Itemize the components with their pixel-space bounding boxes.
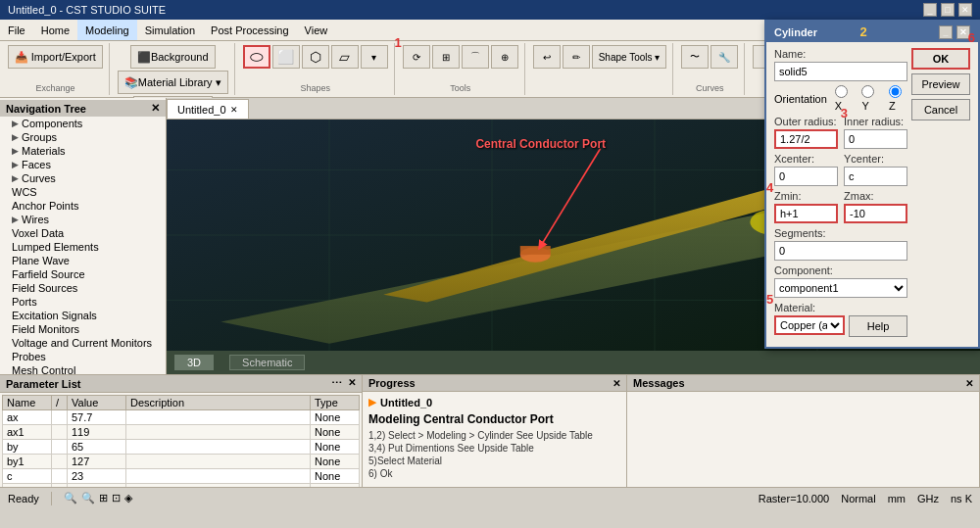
menu-home[interactable]: Home [33, 20, 77, 40]
menu-simulation[interactable]: Simulation [137, 20, 203, 40]
progress-panel: Progress ✕ ▶ Untitled_0 Modeling Central… [363, 375, 627, 487]
boolean-button[interactable]: ⊕ [491, 45, 518, 69]
viewport-tab-close-icon[interactable]: ✕ [230, 105, 238, 115]
table-row[interactable]: g 0.5 None [3, 484, 360, 488]
menu-file[interactable]: File [0, 20, 33, 40]
material-library-button[interactable]: 📚 Material Library ▾ [118, 71, 228, 94]
nav-item-excitation[interactable]: Excitation Signals [0, 309, 166, 322]
zmin-col: Zmin: [774, 190, 838, 223]
nav-item-anchor-points[interactable]: Anchor Points [0, 199, 166, 213]
status-key: ns K [951, 493, 972, 504]
cell-value: 127 [68, 455, 126, 469]
toolbar-materials-row: ⬛ Background [130, 45, 216, 69]
outer-radius-input[interactable] [774, 129, 838, 149]
messages-close[interactable]: ✕ [965, 378, 973, 389]
progress-close[interactable]: ✕ [612, 378, 620, 389]
annotation-1: 1 [394, 35, 401, 50]
shape-btn-4[interactable]: ▱ [331, 45, 359, 69]
ycenter-input[interactable] [844, 167, 907, 186]
curves-button[interactable]: 〜 [681, 45, 709, 69]
table-row[interactable]: ax1 119 None [3, 425, 360, 440]
menu-view[interactable]: View [297, 20, 336, 40]
window-controls[interactable]: _ □ ✕ [923, 3, 972, 17]
status-units: mm [888, 493, 906, 504]
zmin-input[interactable] [774, 204, 838, 223]
zmax-input[interactable] [844, 204, 907, 223]
orient-y-radio[interactable] [861, 85, 874, 98]
help-button[interactable]: Help [849, 315, 907, 337]
nav-item-components[interactable]: ▶ Components [0, 117, 166, 130]
zoom-fit-icon[interactable]: ⊞ [99, 492, 108, 504]
nav-item-groups[interactable]: ▶ Groups [0, 130, 166, 144]
maximize-button[interactable]: □ [941, 3, 955, 17]
menu-post-processing[interactable]: Post Processing [203, 20, 296, 40]
bend-button[interactable]: ⌒ [462, 45, 489, 69]
cylinder-shape-button[interactable]: ⬭ [243, 45, 270, 69]
transform-button[interactable]: ⟳ [403, 45, 430, 69]
name-input[interactable] [774, 62, 907, 81]
view-mode-bar: 3D Schematic [167, 351, 980, 374]
bend-shape-button[interactable]: ↩ [533, 45, 561, 69]
nav-item-curves[interactable]: ▶ Curves [0, 171, 166, 185]
close-button[interactable]: ✕ [958, 3, 972, 17]
zmax-label: Zmax: [844, 190, 907, 202]
status-right: Raster=10.000 Normal mm GHz ns K [759, 493, 972, 504]
cancel-button[interactable]: Cancel [911, 99, 970, 120]
nav-item-lumped[interactable]: Lumped Elements [0, 240, 166, 254]
zoom-in-icon[interactable]: 🔍 [64, 492, 77, 504]
param-list-options[interactable]: ⋯ [331, 377, 342, 390]
shape-tools-button[interactable]: Shape Tools ▾ [592, 45, 667, 69]
zoom-3d-icon[interactable]: ◈ [124, 492, 132, 504]
table-row[interactable]: c 23 None [3, 469, 360, 484]
nav-item-materials[interactable]: ▶ Materials [0, 144, 166, 158]
table-row[interactable]: by1 127 None [3, 455, 360, 469]
shape-btn-3[interactable]: ⬡ [302, 45, 329, 69]
inner-radius-input[interactable] [844, 129, 907, 149]
xcenter-input[interactable] [774, 167, 838, 186]
shapes-dropdown-button[interactable]: ▾ [361, 45, 388, 69]
preview-button[interactable]: Preview [911, 73, 970, 95]
nav-item-plane-wave[interactable]: Plane Wave [0, 254, 166, 267]
background-button[interactable]: ⬛ Background [130, 45, 216, 69]
nav-item-faces[interactable]: ▶ Faces [0, 158, 166, 171]
cell-value: 65 [68, 440, 126, 455]
zoom-out-icon[interactable]: 🔍 [81, 492, 95, 504]
component-select[interactable]: component1 [774, 278, 907, 298]
nav-item-wcs[interactable]: WCS [0, 185, 166, 199]
menu-modeling[interactable]: Modeling [77, 20, 137, 40]
modify-locally-button[interactable]: ✏ [563, 45, 590, 69]
align-button[interactable]: ⊞ [432, 45, 460, 69]
viewport-tab-untitled[interactable]: Untitled_0 ✕ [167, 99, 249, 119]
schematic-view-button[interactable]: Schematic [229, 355, 305, 370]
orient-z-radio[interactable] [889, 85, 902, 98]
param-list-close[interactable]: ✕ [348, 377, 356, 390]
nav-item-wires[interactable]: ▶ Wires [0, 213, 166, 226]
nav-item-probes[interactable]: Probes [0, 350, 166, 363]
annotation-6: 6 [968, 30, 975, 45]
material-label: Material: [774, 302, 907, 313]
3d-view-button[interactable]: 3D [174, 355, 214, 370]
nav-item-ports[interactable]: Ports [0, 295, 166, 309]
segments-input[interactable] [774, 241, 907, 261]
nav-item-farfield-source[interactable]: Farfield Source [0, 267, 166, 281]
nav-item-voltage-current[interactable]: Voltage and Current Monitors [0, 336, 166, 350]
material-select[interactable]: Copper (annealed) [774, 315, 845, 335]
shape-btn-2[interactable]: ⬜ [272, 45, 300, 69]
ok-button[interactable]: OK [911, 48, 970, 70]
nav-item-field-monitors[interactable]: Field Monitors [0, 322, 166, 336]
dialog-minimize-btn[interactable]: _ [939, 25, 953, 39]
nav-item-voxel[interactable]: Voxel Data [0, 226, 166, 240]
import-export-button[interactable]: 📥 Import/Export [8, 45, 103, 69]
orient-x-radio[interactable] [835, 85, 848, 98]
progress-heading: Modeling Central Conductor Port [368, 412, 620, 426]
nav-item-field-sources[interactable]: Field Sources [0, 281, 166, 295]
table-row[interactable]: by 65 None [3, 440, 360, 455]
zoom-select-icon[interactable]: ⊡ [112, 492, 121, 504]
nav-item-mesh-control[interactable]: Mesh Control [0, 363, 166, 374]
table-row[interactable]: ax 57.7 None [3, 410, 360, 425]
cell-name: ax [3, 410, 52, 425]
toolbar-group-materials: ⬛ Background 📚 Material Library ▾ ✏️ New… [112, 43, 235, 95]
curve-tools-button[interactable]: 🔧 [710, 45, 738, 69]
minimize-button[interactable]: _ [923, 3, 937, 17]
nav-tree-close[interactable]: ✕ [151, 102, 160, 115]
